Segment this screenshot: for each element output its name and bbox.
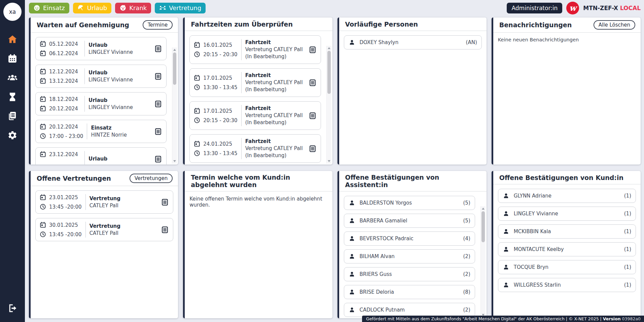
scrollbar-thumb[interactable] bbox=[327, 51, 331, 94]
details-icon[interactable] bbox=[154, 72, 162, 80]
home-icon bbox=[7, 34, 17, 44]
person-row[interactable]: MCKIBBIN Kala (1) bbox=[498, 224, 636, 239]
person-row[interactable]: GLYNN Adriane (1) bbox=[498, 189, 636, 203]
drive-time-card[interactable]: 17.01.2025 20:15 - 20:30 Fahrtzeit Vertr… bbox=[189, 101, 321, 130]
person-row[interactable]: DOXEY Shaylyn (AN) bbox=[344, 35, 482, 49]
person-row[interactable]: BRIERS Guss (2) bbox=[344, 267, 475, 281]
details-icon[interactable] bbox=[309, 79, 317, 87]
person-icon bbox=[349, 39, 355, 46]
panel-title: Warten auf Genehmigung bbox=[37, 21, 129, 29]
calendar-icon bbox=[194, 108, 200, 114]
entry-person: LINGLEY Vivianne bbox=[88, 104, 152, 111]
urlaub-button[interactable]: Urlaub bbox=[73, 3, 111, 13]
approval-card[interactable]: 23.12.2024 Urlaub bbox=[35, 147, 167, 165]
scrollbar-thumb[interactable] bbox=[173, 52, 176, 85]
person-row[interactable]: MONTACUTE Keelby (1) bbox=[498, 242, 636, 256]
details-icon[interactable] bbox=[309, 112, 317, 120]
time-range: 13:30 - 13:45 bbox=[203, 150, 237, 156]
details-icon[interactable] bbox=[161, 226, 169, 234]
approval-card[interactable]: 20.12.2024 17:00 - 23:00 Einsatz HINTZE … bbox=[35, 120, 167, 143]
time-range: 13:30 - 13:45 bbox=[203, 84, 237, 91]
entry-type: Urlaub bbox=[88, 97, 152, 104]
delete-all-button[interactable]: Alle Löschen bbox=[594, 20, 635, 30]
divider bbox=[84, 41, 85, 57]
logout-icon bbox=[7, 303, 17, 313]
scrollbar-thumb[interactable] bbox=[481, 211, 485, 242]
clock-icon bbox=[194, 117, 200, 123]
krank-button[interactable]: Krank bbox=[115, 3, 151, 13]
drive-time-card[interactable]: 24.01.2025 13:30 - 13:45 Fahrtzeit Vertr… bbox=[189, 134, 321, 163]
entry-type: Urlaub bbox=[88, 42, 152, 49]
date: 30.01.2025 bbox=[49, 222, 78, 228]
panel-title: Benachrichtigungen bbox=[499, 21, 572, 29]
approval-card[interactable]: 05.12.2024 06.12.2024 Urlaub LINGLEY Viv… bbox=[35, 37, 167, 60]
scrollbar[interactable] bbox=[172, 47, 177, 164]
drive-time-card[interactable]: 17.01.2025 13:30 - 13:45 Fahrtzeit Vertr… bbox=[189, 68, 321, 97]
entry-type: Fahrtzeit bbox=[245, 138, 307, 145]
sidebar-item-pending[interactable] bbox=[7, 92, 17, 102]
sidebar-item-documents[interactable] bbox=[7, 111, 17, 121]
panel-title: Offene Bestätigungen von Assistent:in bbox=[345, 174, 481, 188]
details-icon[interactable] bbox=[309, 145, 317, 153]
divider bbox=[241, 105, 242, 126]
drive-time-card[interactable]: 16.01.2025 20:15 - 20:30 Fahrtzeit Vertr… bbox=[189, 35, 321, 64]
vertretungen-button[interactable]: Vertretungen bbox=[130, 174, 173, 183]
open-count: (1) bbox=[624, 282, 631, 288]
entry-description: Vertretung CATLEY Pall (In Bearbeitung) bbox=[245, 112, 307, 126]
substitution-card[interactable]: 30.01.2025 13:45 -20:00 Vertretung CATLE… bbox=[35, 218, 173, 241]
calendar-icon bbox=[194, 42, 200, 48]
person-row[interactable]: CADLOCK Putnam (2) bbox=[344, 303, 475, 317]
approval-card[interactable]: 18.12.2024 20.12.2024 Urlaub LINGLEY Viv… bbox=[35, 92, 167, 115]
details-icon[interactable] bbox=[154, 100, 162, 108]
details-icon[interactable] bbox=[154, 128, 162, 136]
scroll-up-arrow[interactable] bbox=[173, 49, 176, 51]
calendar-icon bbox=[40, 194, 46, 201]
open-count: (1) bbox=[624, 246, 631, 252]
clock-icon bbox=[194, 150, 200, 156]
person-row[interactable]: BILHAM Alvan (2) bbox=[344, 249, 475, 263]
entry-person: LINGLEY Vivianne bbox=[88, 76, 152, 83]
person-row[interactable]: BEVERSTOCK Padraic (4) bbox=[344, 231, 475, 246]
calendar-icon bbox=[194, 141, 200, 147]
details-icon[interactable] bbox=[154, 45, 162, 53]
sidebar-item-home[interactable] bbox=[7, 34, 17, 44]
person-row[interactable]: TOCQUE Bryn (1) bbox=[498, 260, 636, 274]
sidebar-nav bbox=[0, 34, 25, 140]
divider bbox=[241, 72, 242, 93]
avatar[interactable]: xa bbox=[3, 3, 22, 21]
scroll-up-arrow[interactable] bbox=[328, 47, 330, 49]
einsatz-button[interactable]: Einsatz bbox=[29, 3, 69, 13]
brand-logo-letter: w bbox=[569, 3, 576, 13]
sidebar-item-settings[interactable] bbox=[7, 130, 17, 140]
open-count: (2) bbox=[463, 307, 470, 313]
approval-card[interactable]: 12.12.2024 13.12.2024 Urlaub LINGLEY Viv… bbox=[35, 65, 167, 88]
logout-button[interactable] bbox=[7, 303, 17, 313]
sidebar-item-calendar[interactable] bbox=[7, 53, 17, 64]
person-icon bbox=[503, 282, 509, 288]
role-badge[interactable]: Administrator:in bbox=[507, 3, 562, 13]
clock-icon bbox=[40, 231, 46, 238]
person-row[interactable]: BRISE Deloria (8) bbox=[344, 285, 475, 299]
scroll-up-arrow[interactable] bbox=[482, 208, 485, 210]
person-row[interactable]: BALDERSTON Yorgos (5) bbox=[344, 196, 475, 210]
scroll-down-arrow[interactable] bbox=[173, 160, 176, 162]
sidebar-item-team[interactable] bbox=[7, 73, 17, 83]
clock-icon bbox=[40, 133, 46, 139]
person-name: WILLGRESS Starlin bbox=[514, 282, 620, 288]
scroll-down-arrow[interactable] bbox=[328, 160, 330, 162]
person-row[interactable]: LINGLEY Vivianne (1) bbox=[498, 207, 636, 221]
substitution-card[interactable]: 23.01.2025 13:45 -20:00 Vertretung CATLE… bbox=[35, 190, 173, 214]
version-label: Version bbox=[603, 316, 621, 321]
details-icon[interactable] bbox=[154, 155, 162, 163]
person-row[interactable]: BARBERA Gamaliel (5) bbox=[344, 214, 475, 228]
person-icon bbox=[503, 246, 509, 253]
details-icon[interactable] bbox=[309, 46, 317, 54]
person-row[interactable]: WILLGRESS Starlin (1) bbox=[498, 278, 636, 292]
scrollbar[interactable] bbox=[326, 46, 331, 164]
footer-bar: Gefördert mit Mitteln aus dem Zukunftsfo… bbox=[362, 316, 644, 322]
scrollbar[interactable] bbox=[480, 206, 486, 317]
termine-button[interactable]: Termine bbox=[143, 20, 173, 30]
details-icon[interactable] bbox=[161, 198, 169, 206]
vertretung-button[interactable]: Vertretung bbox=[155, 3, 206, 13]
person-icon bbox=[503, 192, 509, 199]
